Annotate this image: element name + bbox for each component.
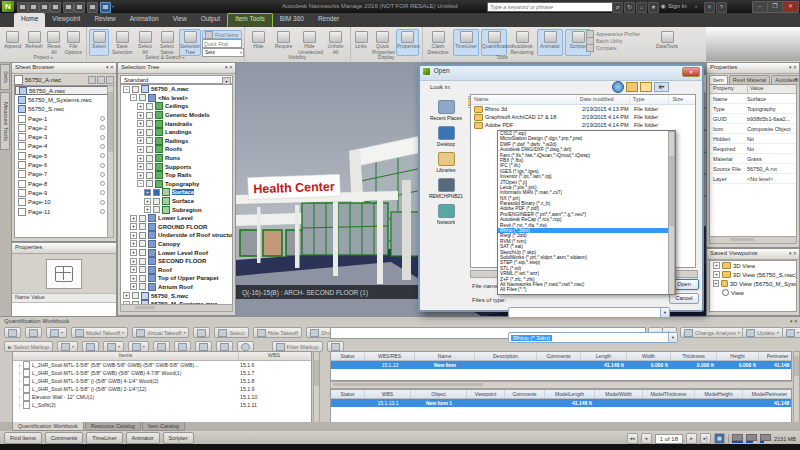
open-dialog-titlebar[interactable]: Open ✕ — [420, 66, 702, 81]
sheet-list-item[interactable]: Page-11 — [15, 207, 108, 216]
takeoff-column-header[interactable]: WBS/RBS — [365, 352, 415, 360]
property-row[interactable]: Name Surface — [710, 94, 796, 104]
tree-checkbox[interactable] — [146, 172, 153, 179]
tree-checkbox[interactable] — [146, 137, 153, 144]
datatools-button[interactable]: DataTools — [654, 29, 680, 56]
place-item[interactable]: Libraries — [424, 151, 468, 173]
tree-checkbox[interactable] — [139, 94, 146, 101]
place-item[interactable]: Network — [424, 203, 468, 225]
ribbon-button[interactable]: Refresh — [24, 29, 44, 56]
sheet-grid-icon[interactable]: ▦ — [714, 433, 725, 444]
takeoff-column-header[interactable]: Perimeter — [759, 352, 792, 360]
ribbon-button[interactable]: Clash Detective — [425, 29, 451, 56]
sheet-list-item[interactable]: Page-9 — [15, 188, 108, 197]
property-row[interactable]: Layer <No level> — [710, 174, 796, 184]
ribbon-button[interactable]: File Options — [64, 29, 83, 56]
takeoff-column-header[interactable]: Length — [581, 352, 627, 360]
setup-icon-button[interactable] — [25, 327, 42, 338]
tree-expand-icon[interactable]: + — [137, 146, 144, 153]
object-column-header[interactable]: Viewpoint — [467, 390, 505, 398]
undo-icon[interactable] — [63, 2, 74, 13]
panel-options-icon[interactable]: ▾ — [789, 250, 792, 256]
restore-button[interactable]: ❐ — [767, 1, 783, 13]
new-folder-button[interactable] — [640, 82, 652, 92]
file-name-input[interactable]: ▼ — [508, 307, 670, 318]
takeoff-item-row[interactable]: ├ L_2HR_Stud-MTL-3-5/8" (5/8" GWB-5/8" G… — [13, 361, 311, 369]
takeoff-item-row[interactable]: ├ L_0HR_Stud-MTL-3-5/8" (5/8" GWB)-(5/8"… — [13, 369, 311, 377]
ribbon-button[interactable]: Save Selection — [111, 29, 133, 56]
tree-item[interactable]: + Ceilings — [121, 102, 232, 111]
minimize-button[interactable]: – — [752, 1, 768, 13]
tree-item[interactable]: + Landings — [121, 128, 232, 137]
viewpoint-item[interactable]: + 3D View (56750_S.nwc) — [710, 270, 796, 279]
object-column-header[interactable]: Object — [411, 390, 467, 398]
viewpoint-item[interactable]: + 3D View — [710, 261, 796, 270]
tree-item[interactable]: + 56750_S.nwc — [121, 291, 232, 300]
tree-checkbox[interactable] — [132, 292, 139, 299]
tree-checkbox[interactable] — [139, 266, 146, 273]
property-row[interactable]: Material Grass — [710, 154, 796, 164]
tree-checkbox[interactable] — [139, 232, 146, 239]
property-row[interactable]: Type Topography — [710, 104, 796, 114]
open-file-icon[interactable] — [28, 2, 39, 13]
panel-options-icon[interactable]: ▾ — [789, 64, 792, 70]
viewpoint-expand-icon[interactable]: + — [713, 271, 720, 278]
select-tool-icon[interactable] — [100, 2, 111, 13]
update-button[interactable]: Update▾ — [742, 327, 783, 338]
place-item[interactable]: Desktop — [424, 125, 468, 147]
sheet-list-item[interactable]: 56750_M_Systems.nwc — [15, 95, 108, 104]
virtual-takeoff-button[interactable]: Virtual Takeoff▾ — [132, 327, 190, 338]
file-row[interactable]: Adobe PDF 2/19/2015 4:14 PM File folder — [471, 121, 695, 129]
tree-item[interactable]: + Lower Level Roof — [121, 248, 232, 257]
tree-item[interactable]: + Underside of Roof structure — [121, 231, 232, 240]
takeoff-table-hscrollbar[interactable] — [330, 381, 794, 389]
favorites-icon[interactable]: ★ — [648, 2, 659, 13]
tree-item[interactable]: + Surface — [121, 188, 232, 197]
takeoff-item-row[interactable]: ├ L_0HR_Stud-MTL-1-5/8" ()-(5/8" GWB) 2-… — [13, 385, 311, 393]
tree-expand-icon[interactable]: + — [130, 215, 137, 222]
tree-checkbox[interactable] — [132, 86, 139, 93]
tree-expand-icon[interactable]: + — [130, 275, 137, 282]
file-row[interactable]: Rhino 3d 2/19/2015 4:13 PM File folder — [471, 105, 695, 113]
tree-expand-icon[interactable]: + — [137, 172, 144, 179]
search-go-icon[interactable]: ⌀ — [612, 2, 623, 13]
sheet-list-item[interactable]: 56750_A.nwc — [15, 86, 108, 95]
files-of-type-dropdown[interactable]: Rhino (*.3dm) ▼ — [508, 332, 678, 343]
tree-checkbox[interactable] — [139, 258, 146, 265]
object-column-header[interactable]: Comments — [505, 390, 545, 398]
ribbon-small-button[interactable]: Compare — [584, 44, 646, 51]
ribbon-button[interactable]: Selection Tree — [179, 29, 201, 56]
tree-checkbox[interactable] — [153, 206, 160, 213]
tree-expand-icon[interactable]: + — [137, 129, 144, 136]
sheet-list-item[interactable]: Page-1 — [15, 114, 108, 123]
ribbon-button[interactable]: Autodesk Rendering — [509, 29, 535, 56]
tree-item[interactable]: - 56750_A.nwc — [121, 85, 232, 94]
tree-item[interactable]: + GROUND FLOOR — [121, 223, 232, 232]
tree-item[interactable]: + Top Rails — [121, 171, 232, 180]
tree-item[interactable]: - <No level> — [121, 94, 232, 103]
column-size[interactable]: Size — [669, 95, 695, 104]
next-sheet-icon[interactable]: ▸ — [686, 433, 697, 444]
tree-checkbox[interactable] — [146, 103, 153, 110]
close-button[interactable]: ✕ — [782, 1, 799, 13]
ribbon-button[interactable]: Unhide All — [324, 29, 347, 56]
items-column-header[interactable]: Items — [13, 352, 239, 360]
tree-mode-dropdown[interactable]: Standard ▾ — [120, 75, 233, 84]
list-view-icon[interactable] — [97, 76, 105, 84]
panel-close-icon[interactable]: ✕ — [794, 318, 798, 324]
new-file-icon[interactable] — [17, 2, 28, 13]
ribbon-tab[interactable]: Home — [14, 13, 45, 27]
column-type[interactable]: Type — [630, 95, 670, 104]
object-selected-row[interactable]: 15.1.13.1New Item 141.148 ft41.148 ft — [331, 399, 791, 407]
sheet-list-item[interactable]: Page-7 — [15, 170, 108, 179]
select-button[interactable]: Select — [214, 327, 248, 338]
tree-expand-icon[interactable]: + — [137, 163, 144, 170]
communication-center-icon[interactable]: ⌂ — [636, 2, 647, 13]
wbs-column-header[interactable]: WBS — [239, 352, 309, 360]
tree-item[interactable]: + Top of Upper Parapet — [121, 274, 232, 283]
right-tables-scrollbar[interactable] — [793, 351, 800, 425]
ribbon-button[interactable]: Select — [89, 29, 109, 56]
sheet-list-item[interactable]: Page-10 — [15, 198, 108, 207]
sign-in-button[interactable]: Sign In — [668, 3, 687, 9]
find-items-button[interactable]: Find Items — [202, 30, 242, 39]
